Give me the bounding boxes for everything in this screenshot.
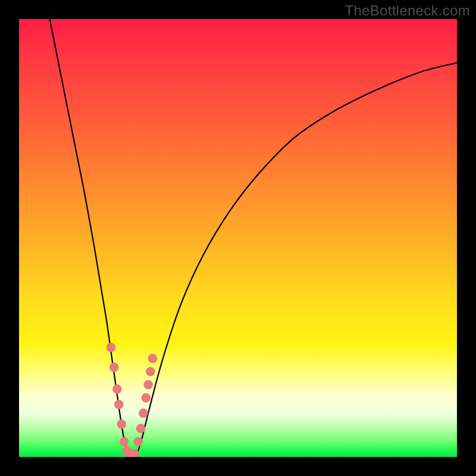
- marker-dot: [148, 354, 158, 364]
- highlight-markers: [107, 343, 158, 457]
- marker-dot: [112, 384, 122, 394]
- plot-area: [19, 19, 457, 457]
- marker-dot: [107, 343, 116, 352]
- bottleneck-curve: [50, 19, 457, 457]
- marker-dot: [133, 437, 143, 446]
- outer-frame: TheBottleneck.com: [0, 0, 476, 476]
- marker-dot: [136, 424, 146, 433]
- marker-dot: [142, 393, 151, 403]
- chart-svg: [19, 19, 457, 457]
- marker-dot: [143, 380, 153, 390]
- marker-dot: [114, 400, 124, 409]
- marker-dot: [109, 362, 119, 372]
- marker-dot: [139, 409, 148, 418]
- marker-dot: [117, 419, 126, 429]
- watermark-text: TheBottleneck.com: [345, 2, 470, 19]
- marker-dot: [120, 437, 129, 446]
- marker-dot: [146, 367, 155, 377]
